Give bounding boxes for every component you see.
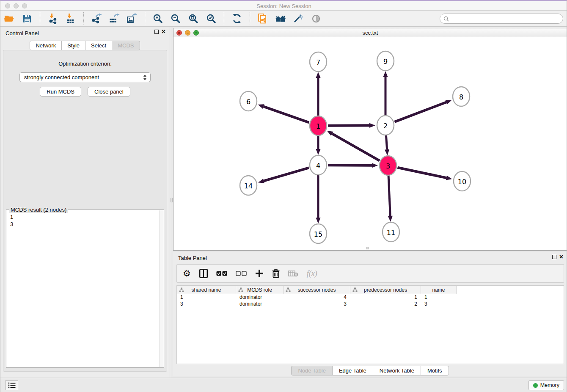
- table-settings-button[interactable]: ⚙: [183, 267, 191, 280]
- save-session-button[interactable]: [21, 12, 33, 25]
- column-header-label: predecessor nodes: [364, 287, 407, 293]
- select-all-columns-button[interactable]: [216, 267, 227, 280]
- table-cell[interactable]: 1: [350, 294, 421, 301]
- edge-3-1[interactable]: [332, 134, 380, 161]
- edge-arrowhead: [385, 149, 389, 155]
- edge-1-2[interactable]: [328, 125, 369, 126]
- column-header-label: name: [432, 287, 445, 293]
- export-network-button[interactable]: [90, 12, 103, 25]
- import-table-button[interactable]: [64, 12, 77, 25]
- float-table-panel-icon[interactable]: [552, 255, 556, 259]
- refresh-button[interactable]: [231, 12, 243, 25]
- clone-network-button[interactable]: [256, 12, 269, 25]
- open-session-button[interactable]: [3, 12, 16, 25]
- column-header-predecessor-nodes[interactable]: predecessor nodes: [350, 286, 421, 294]
- control-panel-tabs: NetworkStyleSelectMCDS: [0, 41, 170, 50]
- splitter-grip[interactable]: [171, 198, 173, 202]
- memory-label: Memory: [540, 382, 559, 388]
- table-cell[interactable]: 4: [284, 294, 350, 301]
- create-column-button[interactable]: [255, 267, 264, 280]
- function-builder-button: f(x): [307, 267, 317, 280]
- mcds-result-title: MCDS result (2 nodes): [9, 207, 68, 213]
- column-header-name[interactable]: name: [421, 286, 457, 294]
- edge-arrowhead: [372, 163, 378, 168]
- memory-button[interactable]: Memory: [528, 380, 564, 390]
- chevron-updown-icon: [143, 74, 147, 82]
- export-image-button[interactable]: [126, 12, 138, 25]
- network-canvas[interactable]: 7968124314101511: [173, 37, 567, 250]
- tab-style[interactable]: Style: [61, 41, 85, 50]
- unselect-all-columns-button[interactable]: [236, 267, 247, 280]
- result-scrollbar[interactable]: [159, 210, 164, 367]
- edge-arrowhead: [316, 149, 320, 155]
- toolbar-separator: [145, 12, 145, 25]
- run-mcds-button[interactable]: Run MCDS: [40, 87, 81, 97]
- export-table-button[interactable]: [108, 12, 121, 25]
- show-columns-button[interactable]: [199, 267, 208, 280]
- tab-edge-table[interactable]: Edge Table: [332, 366, 373, 375]
- column-header-shared-name[interactable]: shared name: [177, 286, 236, 294]
- float-panel-icon[interactable]: [154, 30, 159, 34]
- tab-network[interactable]: Network: [30, 41, 62, 50]
- edge-2-3[interactable]: [386, 135, 387, 149]
- column-header-successor-nodes[interactable]: successor nodes: [284, 286, 350, 294]
- tab-motifs[interactable]: Motifs: [421, 366, 449, 375]
- edge-arrowhead: [388, 216, 393, 222]
- home-icon: [275, 13, 286, 24]
- home-button[interactable]: [274, 12, 287, 25]
- zoom-selected-button[interactable]: [205, 12, 217, 25]
- edge-arrowhead: [316, 218, 320, 224]
- table-header-row: shared nameMCDS rolesuccessor nodesprede…: [177, 286, 564, 294]
- edge-4-3[interactable]: [328, 165, 372, 166]
- hide-graphics-details-button[interactable]: [292, 12, 305, 25]
- tab-select[interactable]: Select: [85, 41, 112, 50]
- search-input[interactable]: [451, 16, 557, 22]
- zoom-fit-button[interactable]: [187, 12, 200, 25]
- table-panel-tabs: Node TableEdge TableNetwork TableMotifs: [173, 366, 567, 375]
- import-network-button[interactable]: [47, 12, 59, 25]
- column-header-MCDS-role[interactable]: MCDS role: [236, 286, 284, 294]
- edge-arrowhead: [445, 100, 451, 104]
- table-toolbar: ⚙ f(x): [176, 264, 564, 283]
- edge-2-8[interactable]: [395, 102, 446, 121]
- close-panel-button[interactable]: Close panel: [88, 87, 130, 97]
- table-cell[interactable]: 1: [421, 294, 457, 301]
- table-cell[interactable]: 1: [177, 294, 236, 301]
- panel-splitter[interactable]: [170, 27, 173, 378]
- table-cell[interactable]: dominator: [236, 301, 284, 308]
- status-bar: Memory: [0, 378, 567, 392]
- graph-node-label: 2: [383, 122, 388, 130]
- main-titlebar: Session: New Session: [0, 1, 567, 11]
- export-image-icon: [127, 13, 138, 24]
- tab-network-table[interactable]: Network Table: [373, 366, 421, 375]
- zoom-in-button[interactable]: [151, 12, 164, 25]
- table-cell[interactable]: 2: [350, 301, 421, 308]
- table-cell[interactable]: 3: [284, 301, 350, 308]
- edge-4-14[interactable]: [264, 168, 308, 181]
- table-row[interactable]: 1dominator411: [177, 294, 564, 301]
- task-history-button[interactable]: [6, 380, 18, 390]
- table-cell[interactable]: dominator: [236, 294, 284, 301]
- selected-criterion: strongly connected component: [24, 74, 99, 80]
- table-cell[interactable]: 3: [177, 301, 236, 308]
- hierarchy-icon: [238, 287, 243, 293]
- delete-column-button[interactable]: [272, 267, 280, 280]
- network-window-titlebar[interactable]: × − + scc.txt: [173, 28, 567, 37]
- canvas-resize-grip[interactable]: [366, 247, 369, 249]
- export-network-icon: [91, 13, 102, 24]
- edge-1-6[interactable]: [264, 107, 309, 123]
- table-cell[interactable]: 3: [421, 301, 457, 308]
- zoom-out-button[interactable]: [169, 12, 182, 25]
- edge-3-10[interactable]: [398, 168, 446, 178]
- close-panel-icon[interactable]: ×: [162, 30, 165, 34]
- edge-3-11[interactable]: [388, 175, 390, 216]
- tab-node-table[interactable]: Node Table: [291, 366, 333, 375]
- show-graphics-details-button[interactable]: [310, 12, 322, 25]
- tab-mcds[interactable]: MCDS: [112, 41, 140, 50]
- close-table-panel-icon[interactable]: ×: [559, 255, 563, 259]
- save-icon: [22, 13, 33, 24]
- network-search-field[interactable]: [440, 14, 563, 24]
- import-network-icon: [47, 13, 58, 24]
- optimization-criterion-select[interactable]: strongly connected component: [19, 72, 151, 82]
- table-row[interactable]: 3dominator323: [177, 301, 564, 308]
